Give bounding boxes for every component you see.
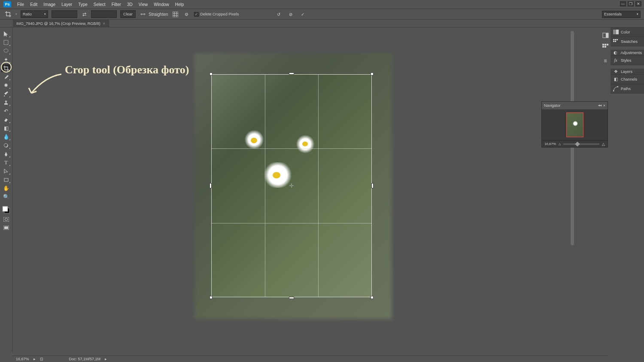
panel-adjustments[interactable]: ◐ Adjustments: [611, 46, 644, 56]
collapsed-panel-icon[interactable]: ≡: [601, 57, 610, 65]
menu-type[interactable]: Type: [78, 2, 88, 7]
reset-crop-icon[interactable]: ↺: [275, 10, 283, 18]
workspace-select[interactable]: Essentials ▾: [602, 11, 641, 18]
straighten-icon[interactable]: [139, 10, 147, 18]
history-brush-tool[interactable]: ↶: [1, 107, 11, 115]
menu-3d[interactable]: 3D: [127, 2, 133, 7]
clear-button[interactable]: Clear: [120, 10, 136, 18]
channels-panel-icon: ◧: [613, 76, 619, 82]
brush-tool[interactable]: [1, 90, 11, 98]
crop-height-input[interactable]: [91, 10, 117, 18]
status-doc-info[interactable]: Doc: 57,1M/57,1M: [69, 357, 101, 361]
menu-view[interactable]: View: [139, 2, 148, 7]
minimize-button[interactable]: —: [620, 1, 626, 6]
color-swatches[interactable]: [1, 205, 11, 214]
move-tool[interactable]: [1, 30, 11, 38]
panel-swatches[interactable]: Swatches: [611, 37, 644, 46]
crop-options-gear-icon[interactable]: ⚙: [183, 10, 191, 18]
menu-select[interactable]: Select: [94, 2, 106, 7]
crop-handle-bottom[interactable]: [289, 297, 294, 299]
pen-tool[interactable]: [1, 150, 11, 158]
document-tab-title: IMG_7940.JPG @ 16,7% (Crop Preview, RGB/…: [16, 21, 100, 26]
crop-center-icon: ✢: [289, 183, 294, 188]
panel-paths[interactable]: Paths: [611, 84, 644, 94]
crop-handle-bottom-right[interactable]: [371, 296, 374, 299]
swap-dimensions-icon[interactable]: ⇄: [81, 10, 88, 18]
menu-file[interactable]: File: [17, 2, 24, 7]
panel-channels[interactable]: ◧ Channels: [611, 75, 644, 84]
panel-styles[interactable]: fx Styles: [611, 56, 644, 65]
navigator-title: Navigator: [544, 103, 561, 108]
eraser-tool[interactable]: [1, 116, 11, 124]
zoom-tool[interactable]: 🔍: [1, 193, 11, 201]
right-scroll-gutter: [570, 27, 575, 346]
crop-preset-select[interactable]: Ratio ▾: [21, 10, 48, 18]
panel-color[interactable]: Color: [611, 27, 644, 37]
collapsed-panel-icon[interactable]: [601, 42, 610, 51]
navigator-panel[interactable]: Navigator ◂◂ × 16,67% △ △: [541, 101, 608, 148]
navigator-preview[interactable]: [542, 109, 608, 140]
crop-handle-top[interactable]: [289, 72, 294, 75]
status-expose-icon[interactable]: ⊡: [40, 357, 43, 361]
lasso-tool[interactable]: [1, 47, 11, 55]
svg-rect-18: [613, 39, 614, 40]
workspace-label: Essentials: [604, 12, 622, 16]
navigator-thumbnail[interactable]: [566, 112, 583, 137]
rectangle-tool[interactable]: [1, 176, 11, 184]
svg-rect-15: [605, 46, 606, 48]
panel-layers[interactable]: ❖ Layers: [611, 65, 644, 75]
crop-tool[interactable]: [1, 64, 11, 72]
svg-rect-5: [3, 217, 9, 222]
maximize-button[interactable]: ❐: [628, 1, 634, 6]
crop-handle-top-right[interactable]: [371, 72, 374, 75]
quick-mask-toggle[interactable]: [1, 215, 11, 223]
crop-handle-left[interactable]: [210, 183, 212, 188]
crop-grid-line: [211, 223, 372, 223]
canvas-area[interactable]: ✢ Crop tool (Обрезка фото): [12, 27, 574, 352]
menu-image[interactable]: Image: [43, 2, 55, 7]
crop-handle-top-left[interactable]: [210, 72, 213, 75]
svg-rect-19: [615, 39, 616, 40]
menu-filter[interactable]: Filter: [112, 2, 121, 7]
navigator-zoom-value[interactable]: 16,67%: [544, 142, 556, 146]
commit-crop-icon[interactable]: ✓: [299, 10, 307, 18]
clone-stamp-tool[interactable]: [1, 99, 11, 106]
path-selection-tool[interactable]: [1, 167, 11, 175]
svg-rect-22: [615, 41, 616, 42]
menu-help[interactable]: Help: [175, 2, 184, 7]
gradient-tool[interactable]: ◧: [1, 124, 11, 132]
panel-collapse-icon[interactable]: ◂◂: [598, 103, 601, 108]
crop-handle-bottom-left[interactable]: [210, 296, 213, 299]
crop-handle-right[interactable]: [371, 183, 374, 188]
hand-tool[interactable]: ✋: [1, 184, 11, 192]
overlay-options-icon[interactable]: [172, 10, 179, 18]
type-tool[interactable]: T: [1, 159, 11, 166]
menu-edit[interactable]: Edit: [30, 2, 37, 7]
zoom-out-icon[interactable]: △: [559, 142, 561, 146]
close-button[interactable]: ✕: [635, 1, 641, 6]
svg-point-6: [5, 218, 7, 220]
collapsed-panel-icon[interactable]: [601, 31, 610, 39]
panel-close-icon[interactable]: ×: [603, 103, 605, 108]
zoom-in-icon[interactable]: △: [602, 142, 605, 146]
status-expand-icon[interactable]: ▸: [33, 357, 36, 361]
marquee-tool[interactable]: [1, 39, 11, 46]
screen-mode-toggle[interactable]: [1, 224, 11, 232]
document-tab[interactable]: IMG_7940.JPG @ 16,7% (Crop Preview, RGB/…: [13, 20, 109, 27]
crop-tool-indicator-icon[interactable]: [4, 10, 12, 18]
navigator-zoom-slider[interactable]: [563, 143, 599, 145]
close-tab-icon[interactable]: ×: [103, 21, 105, 26]
delete-cropped-checkbox[interactable]: ✓: [194, 12, 199, 17]
healing-brush-tool[interactable]: ✹: [1, 81, 11, 89]
eyedropper-tool[interactable]: [1, 73, 11, 81]
magic-wand-tool[interactable]: ✦: [1, 56, 11, 63]
status-doc-arrow-icon[interactable]: ▸: [105, 357, 107, 361]
crop-box[interactable]: ✢: [211, 74, 372, 297]
status-zoom[interactable]: 16,67%: [16, 357, 29, 361]
menu-window[interactable]: Window: [154, 2, 169, 7]
blur-tool[interactable]: 💧: [1, 133, 11, 141]
crop-width-input[interactable]: [52, 10, 77, 18]
menu-layer[interactable]: Layer: [61, 2, 72, 7]
cancel-crop-icon[interactable]: ⊘: [287, 10, 295, 18]
dodge-tool[interactable]: 🔾: [1, 142, 11, 149]
